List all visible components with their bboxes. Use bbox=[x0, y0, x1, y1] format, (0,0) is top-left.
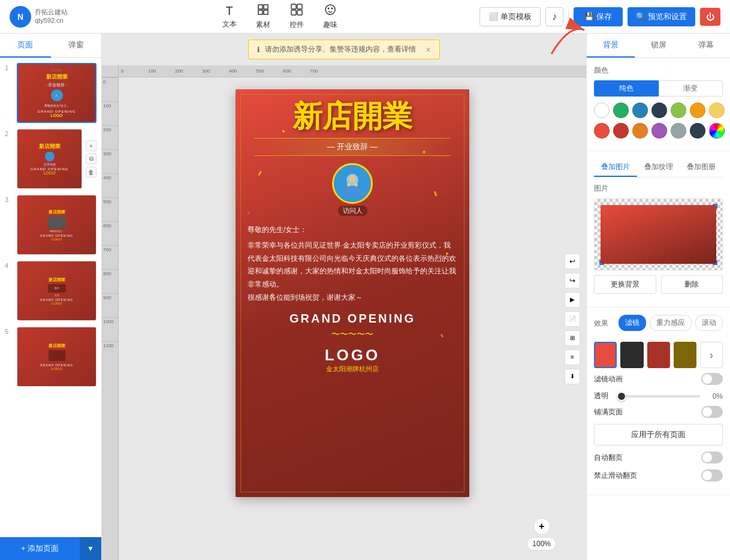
disable-scroll-toggle[interactable] bbox=[701, 469, 723, 481]
color-swatch-red[interactable] bbox=[594, 123, 610, 139]
color-type-gradient[interactable]: 渐变 bbox=[659, 80, 723, 97]
fun-label: 趣味 bbox=[323, 20, 337, 30]
color-swatch-gray[interactable] bbox=[671, 123, 686, 139]
add-page-button[interactable]: + 添加页面 bbox=[0, 537, 80, 560]
thumb-content-4: 新店開業 图片 文字 GRAND OPENING LOGO bbox=[17, 261, 96, 320]
effect-tab-gravity[interactable]: 重力感应 bbox=[650, 315, 692, 331]
transparent-value: 0% bbox=[705, 392, 723, 401]
page-action-copy[interactable]: ⧉ bbox=[86, 153, 96, 164]
auto-flip-toggle[interactable] bbox=[701, 451, 723, 463]
apply-all-button[interactable]: 应用于所有页面 bbox=[594, 424, 723, 445]
delete-background-button[interactable]: 删除 bbox=[661, 275, 723, 294]
template-button[interactable]: ⬜ 单页模板 bbox=[479, 7, 541, 26]
color-swatch-blue[interactable] bbox=[632, 103, 648, 118]
zoom-value: 100% bbox=[527, 537, 556, 550]
filter-swatch-olive[interactable] bbox=[674, 342, 696, 368]
page-action-delete[interactable]: 🗑 bbox=[86, 167, 96, 177]
page-item-4[interactable]: 4 新店開業 图片 文字 GRAND OPENING LOGO bbox=[5, 261, 96, 321]
overlay-tab-album[interactable]: 叠加图册 bbox=[680, 158, 723, 177]
filter-swatch-dark[interactable] bbox=[620, 342, 643, 368]
page-thumbnail-3[interactable]: 新店開業 尊敬的先生... GRAND OPENING LOGO bbox=[17, 195, 96, 255]
avatar-label: 访问人 bbox=[338, 206, 367, 216]
add-page-dropdown[interactable]: ▼ bbox=[80, 537, 101, 560]
music-button[interactable]: ♪ bbox=[545, 7, 563, 26]
color-swatch-green[interactable] bbox=[613, 103, 629, 118]
color-swatch-purple[interactable] bbox=[651, 123, 667, 139]
undo-button[interactable]: ↩ bbox=[565, 254, 580, 269]
right-tab-background[interactable]: 背景 bbox=[587, 34, 635, 58]
page-action-add[interactable]: + bbox=[86, 140, 96, 151]
wave-decoration: 〜〜〜〜〜 bbox=[245, 329, 460, 340]
tool-widget[interactable]: 控件 bbox=[289, 4, 304, 30]
page-item-2[interactable]: 2 新店開業 文字内容 GRAND OPENING LOGO + ⧉ 🗑 bbox=[5, 129, 96, 189]
color-label: 颜色 bbox=[594, 65, 723, 76]
color-swatch-black[interactable] bbox=[690, 123, 705, 139]
text-icon: T bbox=[225, 4, 233, 18]
page-thumbnail-1[interactable]: LOGO 新店開業 - 开业致辞 - 人 尊敬的先生/女士... GRAND O… bbox=[17, 63, 96, 123]
toolbar-tools: T 文本 素材 控件 趣味 bbox=[85, 4, 475, 30]
play-button[interactable]: ▶ bbox=[565, 292, 580, 308]
tool-material[interactable]: 素材 bbox=[256, 4, 270, 30]
save-button[interactable]: 💾 保存 bbox=[574, 7, 623, 26]
right-tab-danmu[interactable]: 弹幕 bbox=[682, 34, 730, 58]
ruler-left: 0 100 200 300 400 500 600 700 800 900 10… bbox=[102, 65, 119, 560]
zoom-plus-button[interactable]: + bbox=[533, 518, 550, 535]
transparent-slider[interactable] bbox=[617, 395, 700, 398]
effect-tab-scroll[interactable]: 滚动 bbox=[695, 315, 723, 331]
color-type-solid[interactable]: 纯色 bbox=[594, 80, 659, 97]
power-button[interactable]: ⏻ bbox=[700, 8, 720, 26]
color-swatch-darkorange[interactable] bbox=[632, 123, 648, 139]
grid-button[interactable]: ⊞ bbox=[565, 330, 580, 346]
svg-point-15 bbox=[354, 183, 358, 186]
tab-popup[interactable]: 弹窗 bbox=[51, 34, 102, 58]
redo-button[interactable]: ↪ bbox=[565, 273, 580, 288]
notice-icon: ℹ bbox=[257, 46, 260, 54]
color-swatch-navy[interactable] bbox=[651, 103, 667, 118]
filter-swatch-darkred[interactable] bbox=[647, 342, 670, 368]
preview-button[interactable]: 🔍 预览和设置 bbox=[628, 7, 695, 26]
notice-close-button[interactable]: × bbox=[426, 45, 430, 55]
page-item-5[interactable]: 5 新店開業 GRAND OPENING LOGO bbox=[5, 327, 96, 387]
page-thumbnail-2[interactable]: 新店開業 文字内容 GRAND OPENING LOGO bbox=[17, 129, 82, 189]
color-swatch-lightgreen[interactable] bbox=[671, 103, 686, 118]
svg-rect-13 bbox=[345, 187, 360, 195]
effect-tab-filter[interactable]: 滤镜 bbox=[619, 315, 646, 331]
color-swatch-rainbow[interactable] bbox=[709, 123, 725, 139]
color-swatch-darkred[interactable] bbox=[613, 123, 629, 139]
download-button[interactable]: ⬇ bbox=[565, 369, 580, 384]
color-swatch-orange[interactable] bbox=[690, 103, 705, 118]
page-canvas[interactable]: 新店開業 — 开业致辞 — bbox=[236, 89, 469, 497]
left-sidebar: 页面 弹窗 1 LOGO 新店開業 - 开业致辞 - 人 尊敬的先生/女士...… bbox=[0, 34, 102, 560]
page-button[interactable]: 📄 bbox=[565, 311, 580, 327]
right-tab-lockscreen[interactable]: 锁屏 bbox=[635, 34, 683, 58]
color-swatch-white[interactable] bbox=[594, 103, 610, 118]
svg-rect-2 bbox=[258, 10, 263, 14]
page-item-1[interactable]: 1 LOGO 新店開業 - 开业致辞 - 人 尊敬的先生/女士... GRAND… bbox=[5, 63, 96, 123]
tab-page[interactable]: 页面 bbox=[0, 34, 51, 58]
filter-swatch-red[interactable] bbox=[594, 342, 617, 368]
tile-toggle[interactable] bbox=[701, 406, 723, 418]
overlay-tab-texture[interactable]: 叠加纹理 bbox=[637, 158, 680, 177]
color-swatch-yellow[interactable] bbox=[709, 103, 725, 118]
toolbar: N 乔拓云建站 qty592.cn T 文本 素材 控件 趣味 bbox=[0, 0, 730, 34]
tool-text[interactable]: T 文本 bbox=[222, 4, 237, 29]
page-thumbnail-5[interactable]: 新店開業 GRAND OPENING LOGO bbox=[17, 327, 96, 387]
avatar-person-icon bbox=[340, 171, 364, 195]
tool-fun[interactable]: 趣味 bbox=[323, 4, 337, 30]
page-thumbnail-4[interactable]: 新店開業 图片 文字 GRAND OPENING LOGO bbox=[17, 261, 96, 321]
filter-animation-toggle[interactable] bbox=[701, 373, 723, 385]
canvas-scroll[interactable]: 新店開業 — 开业致辞 — bbox=[119, 77, 586, 560]
color-grid bbox=[594, 103, 723, 118]
page-number-2: 2 bbox=[5, 129, 13, 189]
overlay-tab-image[interactable]: 叠加图片 bbox=[594, 158, 637, 177]
transparent-row: 透明 0% bbox=[594, 391, 723, 401]
layers-button[interactable]: ≡ bbox=[565, 350, 580, 365]
color-section: 颜色 纯色 渐变 bbox=[587, 58, 730, 151]
filter-animation-row: 滤镜动画 bbox=[594, 373, 723, 385]
page-item-3[interactable]: 3 新店開業 尊敬的先生... GRAND OPENING LOGO bbox=[5, 195, 96, 255]
filter-more-button[interactable]: › bbox=[700, 342, 723, 368]
overlay-tabs: 叠加图片 叠加纹理 叠加图册 bbox=[594, 158, 723, 177]
change-background-button[interactable]: 更换背景 bbox=[594, 275, 656, 294]
svg-point-9 bbox=[327, 7, 329, 9]
avatar bbox=[332, 163, 373, 204]
